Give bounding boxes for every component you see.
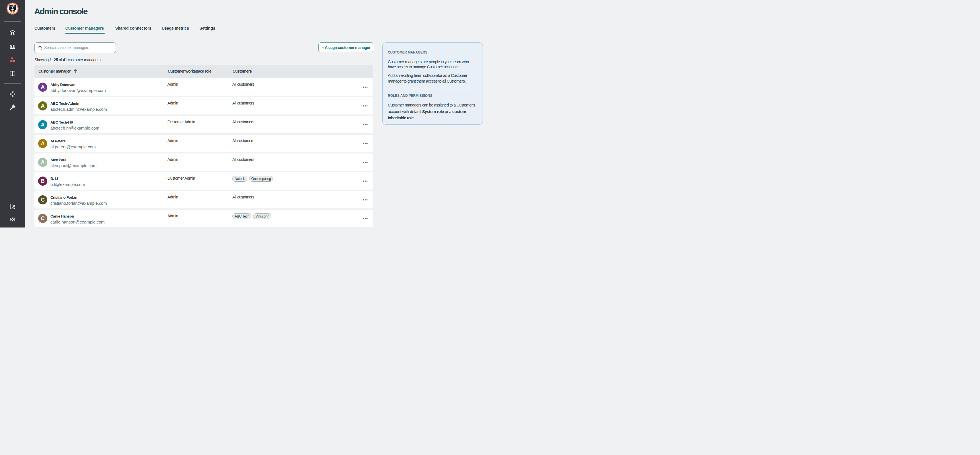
svg-text:SALES: SALES [10,5,16,7]
